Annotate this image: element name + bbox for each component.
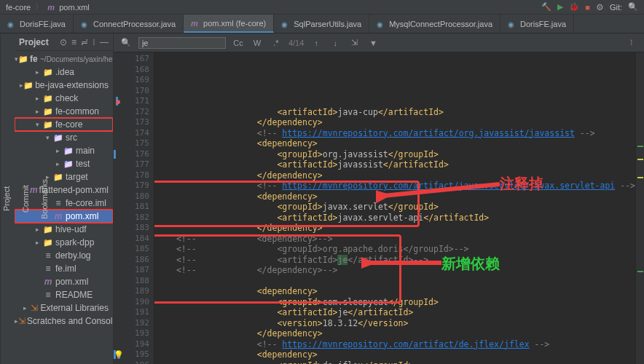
code-line[interactable]: <groupId>javax.servlet</groupId> xyxy=(176,202,635,213)
code-line[interactable]: <!-- https://mvnrepository.com/artifact/… xyxy=(176,181,635,191)
tab-pom-xml-fe-core-[interactable]: pom.xml (fe-core) xyxy=(184,15,274,33)
filter-icon[interactable]: ▼ xyxy=(366,39,380,47)
code-line[interactable]: <!-- https://mvnrepository.com/artifact/… xyxy=(176,128,635,139)
code-line[interactable]: <!-- https://mvnrepository.com/artifact/… xyxy=(176,339,635,350)
tree-item-main[interactable]: ▸main xyxy=(15,144,113,157)
folder-icon xyxy=(18,54,28,64)
tree-item-fe-core[interactable]: ▾fe-core xyxy=(15,118,113,131)
tree-item-check[interactable]: ▸check xyxy=(15,92,113,105)
file-icon xyxy=(52,198,64,208)
error-stripe[interactable] xyxy=(635,52,644,364)
code-line[interactable]: <artifactId>javassist</artifactId> xyxy=(176,159,635,170)
editor-tabs: DorisFE.javaConnectProcessor.javapom.xml… xyxy=(0,15,644,33)
tab-label: DorisFE.java xyxy=(20,20,66,28)
tree-item-label: fe-common xyxy=(55,106,99,116)
find-bar: Cc W .* 4/14 ↑ ↓ ⇲ ▼ ⁝ xyxy=(114,33,644,52)
tree-item-derby-log[interactable]: derby.log xyxy=(15,249,113,262)
tree-item-src[interactable]: ▾src xyxy=(15,131,113,144)
code-line[interactable]: </dependency> xyxy=(176,328,635,339)
tab-connectprocessor-java[interactable]: ConnectProcessor.java xyxy=(74,15,184,33)
find-input[interactable] xyxy=(138,37,226,49)
tree-item-label: test xyxy=(76,159,90,169)
tree-item-label: spark-dpp xyxy=(55,237,94,248)
tree-item-label: derby.log xyxy=(55,250,90,261)
file-icon xyxy=(42,264,54,274)
tree-item--idea[interactable]: ▸.idea xyxy=(15,66,113,79)
code-line[interactable]: <dependency> xyxy=(176,138,635,149)
java-icon xyxy=(508,20,517,28)
code-line[interactable]: <artifactId>javax.servlet-api</artifactI… xyxy=(176,213,635,223)
git-label[interactable]: Git: xyxy=(610,3,622,12)
code-line[interactable]: <dependency> xyxy=(176,349,635,360)
xml-icon xyxy=(47,3,56,12)
code-line[interactable]: <groupId>org.javassist</groupId> xyxy=(176,149,635,160)
code-line[interactable]: <!-- <dependency>--> xyxy=(176,234,635,245)
tab-sqlparserutils-java[interactable]: SqlParserUtils.java xyxy=(274,15,369,33)
bookmarks-tool-tab[interactable]: Bookmarks xyxy=(39,175,50,221)
tree-item-label: target xyxy=(66,172,88,182)
code-line[interactable]: <!-- <artifactId>je</artifactId>--> xyxy=(176,255,635,266)
tree-item-label: main xyxy=(76,146,95,156)
gutter[interactable]: 1671681691701711721731741751761771781791… xyxy=(114,52,154,364)
tree-item-hive-udf[interactable]: ▸hive-udf xyxy=(15,223,113,236)
code-line[interactable]: <groupId>com.sleepycat</groupId> xyxy=(176,297,635,308)
tab-label: ConnectProcessor.java xyxy=(93,20,176,28)
search-icon xyxy=(119,38,133,47)
select-all-icon[interactable]: ⇲ xyxy=(347,38,361,47)
regex-icon[interactable]: .* xyxy=(270,39,283,47)
code-line[interactable]: <version>18.3.12</version> xyxy=(176,318,635,329)
tree-item-test[interactable]: ▸test xyxy=(15,157,113,170)
prev-match-icon[interactable]: ↑ xyxy=(310,39,323,47)
stop-icon[interactable] xyxy=(585,3,590,12)
tree-item-scratches-and-consoles[interactable]: ▸Scratches and Consoles xyxy=(15,314,113,328)
project-tool-tab[interactable]: Project xyxy=(1,183,12,214)
code-line[interactable]: <artifactId>je</artifactId> xyxy=(176,307,635,318)
settings-icon[interactable]: ⁝ xyxy=(93,37,95,47)
next-match-icon[interactable]: ↓ xyxy=(329,39,342,47)
folder-icon xyxy=(42,224,54,234)
code-line[interactable]: </dependency> xyxy=(176,170,635,181)
code-line[interactable]: <!-- <groupId>org.apache.doris</groupId>… xyxy=(176,244,635,255)
tree-item-readme[interactable]: README xyxy=(15,288,113,301)
code[interactable]: <artifactId>java-cup</artifactId> </depe… xyxy=(154,52,635,364)
words-icon[interactable]: W xyxy=(251,39,264,47)
code-line[interactable]: <artifactId>java-cup</artifactId> xyxy=(176,107,635,118)
expand-all-icon[interactable]: ≡ xyxy=(71,37,76,47)
code-line[interactable]: </dependency> xyxy=(176,117,635,128)
tab-mysqlconnectprocessor-java[interactable]: MysqlConnectProcessor.java xyxy=(369,15,500,33)
collapse-all-icon[interactable]: ≓ xyxy=(81,37,88,47)
select-opened-file-icon[interactable]: ⊙ xyxy=(60,37,67,47)
tree-item-fe-iml[interactable]: fe.iml xyxy=(15,262,113,275)
file-icon xyxy=(42,250,54,261)
editor: Cc W .* 4/14 ↑ ↓ ⇲ ▼ ⁝ 16716816917017117… xyxy=(114,33,644,364)
source-folder-icon xyxy=(63,146,74,156)
java-icon xyxy=(377,20,385,28)
debug-icon[interactable] xyxy=(569,2,579,12)
code-area[interactable]: 1671681691701711721731741751761771781791… xyxy=(114,52,644,364)
code-line[interactable] xyxy=(176,276,635,287)
tab-dorisfe-java[interactable]: DorisFE.java xyxy=(0,15,74,33)
tree-item-label: README xyxy=(55,290,93,300)
hide-icon[interactable]: — xyxy=(100,37,109,47)
tree-item-label: check xyxy=(55,93,78,103)
code-line[interactable]: </dependency> xyxy=(176,223,635,234)
code-line[interactable]: <!-- </dependency>--> xyxy=(176,265,635,276)
tree-item-pom-xml[interactable]: pom.xml xyxy=(15,275,113,288)
tree-item-be-java-extensions[interactable]: ▸be-java-extensions xyxy=(15,79,113,92)
tree-item-fe-common[interactable]: ▸fe-common xyxy=(15,105,113,118)
more-options-icon[interactable]: ⁝ xyxy=(625,38,638,47)
run-icon[interactable] xyxy=(557,2,563,12)
settings-icon[interactable] xyxy=(596,2,604,12)
tree-item-external-libraries[interactable]: ▸External Libraries xyxy=(15,301,113,314)
tab-dorisfe-java[interactable]: DorisFE.java xyxy=(500,15,574,33)
tab-label: MysqlConnectProcessor.java xyxy=(389,20,492,28)
code-line[interactable]: <groupId>de.jflex</groupId> xyxy=(176,360,635,365)
code-line[interactable]: <dependency> xyxy=(176,286,635,297)
commit-tool-tab[interactable]: Commit xyxy=(20,182,31,215)
build-icon[interactable] xyxy=(541,2,551,12)
match-case-icon[interactable]: Cc xyxy=(232,39,245,47)
search-everywhere-icon[interactable] xyxy=(628,2,638,12)
tree-root[interactable]: ▾fe ~/Documents/yaxin/henan_doris/doris-… xyxy=(15,52,113,66)
tree-item-spark-dpp[interactable]: ▸spark-dpp xyxy=(15,236,113,249)
code-line[interactable]: <dependency> xyxy=(176,191,635,202)
